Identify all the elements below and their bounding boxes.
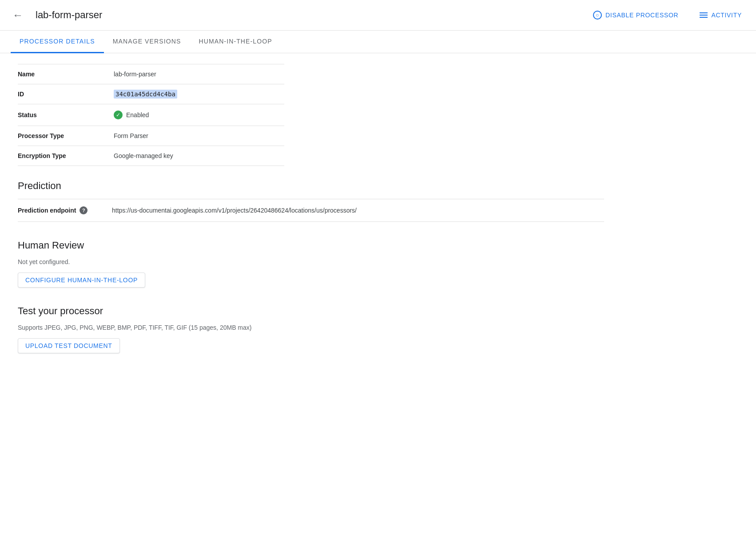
test-processor-heading: Test your processor (18, 305, 604, 317)
configure-human-in-the-loop-button[interactable]: CONFIGURE HUMAN-IN-THE-LOOP (18, 272, 145, 288)
test-processor-section: Test your processor Supports JPEG, JPG, … (18, 305, 604, 353)
details-table: Name lab-form-parser ID 34c01a45dcd4c4ba… (18, 64, 284, 166)
header: ← lab-form-parser ○ DISABLE PROCESSOR AC… (0, 0, 756, 31)
table-row: Encryption Type Google-managed key (18, 146, 284, 166)
status-label: Status (18, 104, 107, 126)
test-processor-subtitle: Supports JPEG, JPG, PNG, WEBP, BMP, PDF,… (18, 324, 604, 331)
name-label: Name (18, 64, 107, 84)
upload-test-document-button[interactable]: UPLOAD TEST DOCUMENT (18, 338, 120, 353)
page-title: lab-form-parser (36, 9, 102, 21)
tab-processor-details[interactable]: PROCESSOR DETAILS (11, 31, 104, 53)
id-value[interactable]: 34c01a45dcd4c4ba (107, 84, 284, 104)
prediction-endpoint-url: https://us-documentai.googleapis.com/v1/… (112, 207, 604, 214)
tab-manage-versions[interactable]: MANAGE VERSIONS (104, 31, 190, 53)
id-label: ID (18, 84, 107, 104)
table-row: ID 34c01a45dcd4c4ba (18, 84, 284, 104)
status-enabled: ✓ Enabled (114, 111, 277, 119)
processor-type-value: Form Parser (107, 126, 284, 146)
table-row: Status ✓ Enabled (18, 104, 284, 126)
activity-label: ACTIVITY (711, 12, 742, 19)
back-button[interactable]: ← (11, 7, 25, 23)
tab-human-in-the-loop[interactable]: HUMAN-IN-THE-LOOP (190, 31, 281, 53)
processor-type-label: Processor Type (18, 126, 107, 146)
not-configured-text: Not yet configured. (18, 258, 604, 265)
activity-icon (700, 12, 708, 18)
enabled-check-icon: ✓ (114, 111, 123, 119)
encryption-type-label: Encryption Type (18, 146, 107, 166)
disable-processor-label: DISABLE PROCESSOR (605, 12, 678, 19)
back-arrow-icon: ← (12, 9, 23, 21)
tabs-bar: PROCESSOR DETAILS MANAGE VERSIONS HUMAN-… (0, 31, 756, 53)
disable-processor-icon: ○ (593, 11, 602, 20)
prediction-endpoint-row: Prediction endpoint ? https://us-documen… (18, 199, 604, 222)
help-icon[interactable]: ? (80, 206, 88, 214)
activity-button[interactable]: ACTIVITY (696, 10, 745, 20)
name-value: lab-form-parser (107, 64, 284, 84)
human-review-section: Human Review Not yet configured. CONFIGU… (18, 240, 604, 288)
status-value: ✓ Enabled (107, 104, 284, 126)
prediction-heading: Prediction (18, 180, 604, 192)
encryption-type-value: Google-managed key (107, 146, 284, 166)
header-actions: ○ DISABLE PROCESSOR ACTIVITY (589, 9, 745, 21)
prediction-section: Prediction Prediction endpoint ? https:/… (18, 180, 604, 222)
prediction-endpoint-label: Prediction endpoint ? (18, 206, 107, 214)
id-highlight: 34c01a45dcd4c4ba (114, 90, 177, 99)
main-content: Name lab-form-parser ID 34c01a45dcd4c4ba… (0, 53, 622, 382)
disable-processor-button[interactable]: ○ DISABLE PROCESSOR (589, 9, 682, 21)
human-review-heading: Human Review (18, 240, 604, 251)
status-text: Enabled (126, 111, 149, 118)
table-row: Name lab-form-parser (18, 64, 284, 84)
table-row: Processor Type Form Parser (18, 126, 284, 146)
